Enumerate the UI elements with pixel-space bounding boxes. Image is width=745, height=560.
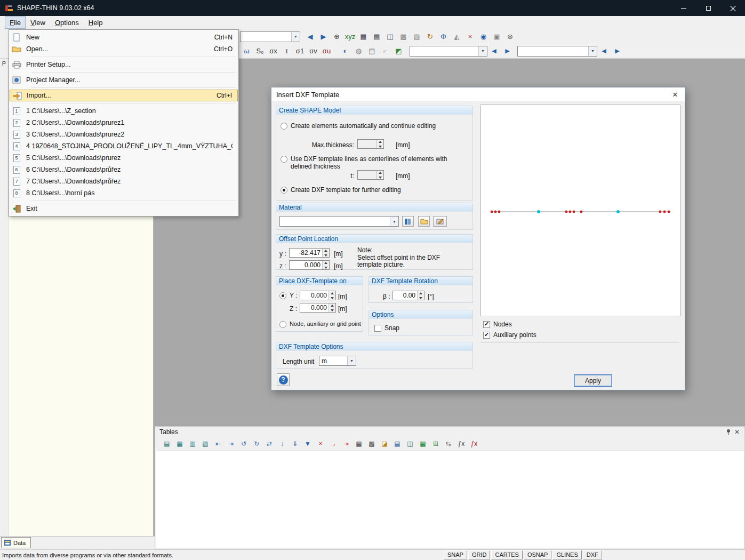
- tables-toolbar-icon[interactable]: ↻: [251, 438, 262, 449]
- material-combobox[interactable]: ▾: [279, 216, 399, 227]
- tables-toolbar-icon[interactable]: ▥: [187, 438, 198, 449]
- status-toggle[interactable]: DXF: [583, 550, 602, 559]
- chevron-down-icon[interactable]: ▾: [478, 46, 487, 56]
- t-field[interactable]: [357, 170, 384, 180]
- menu-options[interactable]: Options: [50, 16, 84, 29]
- radio-place-yz[interactable]: Y :: [279, 292, 297, 299]
- toolbar-icon[interactable]: ⊛: [504, 30, 516, 43]
- toolbar-icon[interactable]: xyz: [344, 30, 356, 43]
- tables-toolbar-icon[interactable]: ◪: [379, 438, 390, 449]
- display-toolbar-icon[interactable]: ◩: [392, 45, 405, 57]
- material-new-button[interactable]: [418, 216, 430, 227]
- tables-toolbar-icon[interactable]: ↓: [276, 438, 288, 449]
- chevron-down-icon[interactable]: ▾: [390, 217, 398, 226]
- stress-toolbar-icon[interactable]: ω: [241, 45, 253, 57]
- tables-toolbar-icon[interactable]: ↺: [238, 438, 250, 449]
- tables-toolbar-icon[interactable]: ⇄: [263, 438, 275, 449]
- menu-help[interactable]: Help: [84, 16, 108, 29]
- toolbar-icon[interactable]: ▦: [357, 30, 370, 43]
- menu-file[interactable]: File: [5, 16, 26, 29]
- toolbar-icon[interactable]: ◀: [304, 30, 316, 43]
- snap-checkbox[interactable]: Snap: [374, 324, 399, 332]
- menu-item-new[interactable]: New Ctrl+N: [10, 31, 238, 43]
- next-button[interactable]: ▶: [501, 45, 514, 57]
- stress-toolbar-icon[interactable]: τ: [281, 45, 293, 57]
- tables-toolbar-icon[interactable]: ◫: [404, 438, 416, 449]
- toolbar-icon[interactable]: ▣: [491, 30, 503, 43]
- chevron-down-icon[interactable]: ▾: [291, 32, 300, 42]
- tables-toolbar-icon[interactable]: ƒx: [455, 438, 467, 449]
- result-combobox-2[interactable]: ▾: [517, 46, 597, 57]
- stress-toolbar-icon[interactable]: σv: [307, 45, 319, 57]
- prev-button[interactable]: ◀: [488, 45, 500, 57]
- tables-toolbar-icon[interactable]: ▤: [391, 438, 403, 449]
- menu-item-recent-8[interactable]: 8 8 C:\Users\...\horní pás: [10, 187, 238, 199]
- spinner[interactable]: [376, 171, 383, 179]
- toolbar-icon[interactable]: ▩: [397, 30, 410, 43]
- menu-item-recent-6[interactable]: 6 6 C:\Users\...\Downloads\průřez: [10, 164, 238, 175]
- tables-toolbar-icon[interactable]: ⇥: [225, 438, 237, 449]
- chevron-down-icon[interactable]: ▾: [588, 46, 597, 56]
- tables-toolbar-icon[interactable]: →: [327, 438, 339, 449]
- dialog-titlebar[interactable]: Insert DXF Template ✕: [271, 87, 685, 102]
- offset-z-field[interactable]: 0.000: [289, 260, 330, 270]
- help-button[interactable]: ?: [277, 373, 290, 386]
- status-toggle[interactable]: GLINES: [552, 550, 581, 559]
- stress-toolbar-icon[interactable]: S₀: [254, 45, 266, 57]
- toolbar-icon[interactable]: ▨: [411, 30, 423, 43]
- spinner[interactable]: [417, 291, 424, 300]
- display-toolbar-icon[interactable]: ◐: [339, 45, 351, 57]
- status-toggle[interactable]: OSNAP: [524, 550, 552, 559]
- radio-create-elements-automatically[interactable]: Create elements automatically and contin…: [281, 122, 467, 130]
- toolbar-icon[interactable]: ◉: [477, 30, 490, 43]
- tables-toolbar-icon[interactable]: ▼: [302, 438, 314, 449]
- stress-toolbar-icon[interactable]: σ1: [294, 45, 306, 57]
- status-toggle[interactable]: GRID: [468, 550, 491, 559]
- beta-field[interactable]: 0.00: [392, 291, 424, 300]
- length-unit-combobox[interactable]: m ▾: [319, 356, 356, 366]
- radio-create-dxf-template[interactable]: Create DXF template for further editing: [281, 186, 401, 194]
- tables-toolbar-icon[interactable]: ƒx: [468, 438, 480, 449]
- place-z-field[interactable]: 0.000: [300, 303, 336, 313]
- tables-toolbar-icon[interactable]: ▦: [353, 438, 365, 449]
- toolbar-icon[interactable]: ◫: [384, 30, 396, 43]
- tables-toolbar-icon[interactable]: ⇆: [443, 438, 454, 449]
- menu-view[interactable]: View: [26, 16, 50, 29]
- tables-toolbar-icon[interactable]: ▩: [366, 438, 378, 449]
- close-panel-icon[interactable]: ✕: [733, 428, 741, 436]
- place-y-field[interactable]: 0.000: [300, 291, 336, 300]
- nodes-checkbox[interactable]: Nodes: [483, 321, 512, 328]
- tables-toolbar-icon[interactable]: ×: [315, 438, 326, 449]
- close-button[interactable]: [720, 0, 745, 16]
- result-combobox-1[interactable]: ▾: [410, 46, 487, 57]
- toolbar-icon[interactable]: ◭: [451, 30, 463, 43]
- pin-icon[interactable]: [724, 428, 733, 436]
- toolbar-icon[interactable]: ▶: [317, 30, 330, 43]
- max-thickness-field[interactable]: [357, 139, 384, 149]
- menu-item-printer-setup[interactable]: Printer Setup...: [10, 59, 238, 70]
- spinner[interactable]: [322, 261, 329, 269]
- display-toolbar-icon[interactable]: ⌐: [379, 45, 391, 57]
- toolbar-icon[interactable]: ▤: [371, 30, 383, 43]
- prev-button[interactable]: ◀: [598, 45, 610, 57]
- menu-item-exit[interactable]: Exit: [10, 203, 238, 214]
- menu-item-open[interactable]: Open... Ctrl+O: [10, 43, 238, 55]
- menu-item-recent-1[interactable]: 1 1 C:\Users\...\Z_section: [10, 105, 238, 117]
- tables-content-area[interactable]: [156, 451, 744, 548]
- radio-node-auxiliary-grid[interactable]: Node, auxiliary or grid point: [279, 321, 361, 328]
- menu-item-recent-4[interactable]: 4 4 19Z0648_STOJINA_PRODLOUŽENÉ_LIPY_TL_…: [10, 140, 238, 152]
- display-toolbar-icon[interactable]: ▤: [366, 45, 378, 57]
- spinner[interactable]: [376, 140, 383, 148]
- toolbar-icon[interactable]: ×: [464, 30, 476, 43]
- toolbar-icon[interactable]: Φ: [437, 30, 450, 43]
- tables-toolbar-icon[interactable]: ▧: [199, 438, 211, 449]
- maximize-button[interactable]: [696, 0, 720, 16]
- radio-use-centerlines[interactable]: Use DXF template lines as centerlines of…: [281, 155, 467, 170]
- tables-toolbar-icon[interactable]: ▦: [417, 438, 429, 449]
- view-combobox[interactable]: ▾: [240, 31, 300, 42]
- chevron-down-icon[interactable]: ▾: [347, 356, 356, 365]
- tables-toolbar-icon[interactable]: ⊞: [430, 438, 442, 449]
- menu-item-recent-5[interactable]: 5 5 C:\Users\...\Downloads\prurez: [10, 152, 238, 164]
- tables-toolbar-icon[interactable]: ▤: [161, 438, 173, 449]
- menu-item-recent-7[interactable]: 7 7 C:\Users\...\Downloads\průřez: [10, 175, 238, 187]
